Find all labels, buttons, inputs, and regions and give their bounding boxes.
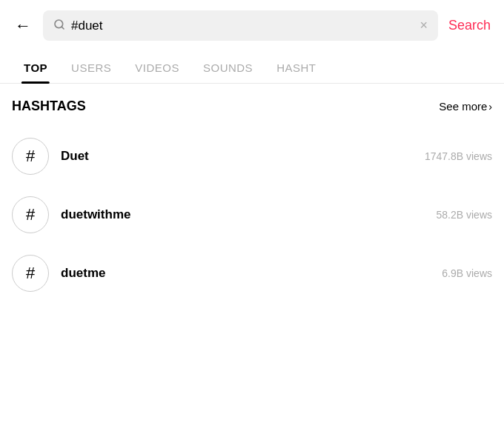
hashtag-symbol: # — [26, 264, 35, 283]
hashtag-item[interactable]: # Duet 1747.8B views — [12, 127, 492, 186]
hashtag-name: duetwithme — [61, 207, 437, 222]
hashtag-info: duetwithme — [61, 207, 437, 222]
main-content: HASHTAGS See more › # Duet 1747.8B views… — [0, 84, 504, 318]
hashtag-icon-circle: # — [12, 196, 49, 233]
header: ← × Search — [0, 0, 504, 51]
hashtag-views: 58.2B views — [437, 209, 492, 221]
search-bar: × — [43, 10, 438, 41]
tab-hashtags[interactable]: HASHT — [265, 51, 328, 83]
search-button[interactable]: Search — [447, 15, 492, 36]
hashtag-icon-circle: # — [12, 138, 49, 175]
hashtag-symbol: # — [26, 205, 35, 224]
hashtag-symbol: # — [26, 147, 35, 166]
section-header: HASHTAGS See more › — [12, 99, 492, 114]
see-more-button[interactable]: See more › — [439, 100, 492, 113]
tab-videos[interactable]: VIDEOS — [123, 51, 191, 83]
hashtag-name: Duet — [61, 149, 425, 164]
see-more-label: See more — [439, 100, 487, 113]
back-button[interactable]: ← — [12, 13, 34, 39]
hashtag-icon-circle: # — [12, 255, 49, 292]
clear-button[interactable]: × — [420, 18, 428, 33]
hashtag-item[interactable]: # duetme 6.9B views — [12, 244, 492, 303]
section-title: HASHTAGS — [12, 99, 86, 114]
tabs-bar: TOP USERS VIDEOS SOUNDS HASHT — [0, 51, 504, 84]
tab-users[interactable]: USERS — [59, 51, 123, 83]
search-input[interactable] — [71, 19, 414, 33]
tab-sounds[interactable]: SOUNDS — [191, 51, 265, 83]
hashtag-views: 1747.8B views — [425, 150, 492, 162]
svg-line-1 — [62, 27, 64, 29]
hashtag-views: 6.9B views — [442, 267, 492, 279]
hashtag-name: duetme — [61, 266, 442, 281]
hashtag-info: Duet — [61, 149, 425, 164]
tab-top[interactable]: TOP — [12, 51, 59, 83]
chevron-right-icon: › — [488, 101, 492, 113]
search-icon — [53, 19, 65, 33]
hashtag-item[interactable]: # duetwithme 58.2B views — [12, 186, 492, 244]
hashtag-info: duetme — [61, 266, 442, 281]
